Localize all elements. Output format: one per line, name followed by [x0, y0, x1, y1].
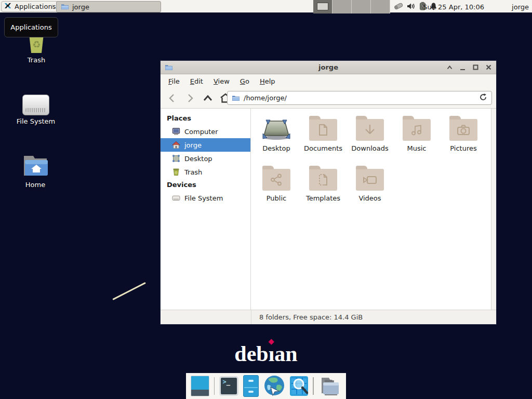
file-cabinet-icon[interactable] [243, 375, 259, 397]
xfce-logo-icon [4, 2, 12, 11]
debian-logo-text: deb [234, 342, 268, 366]
dock-separator [313, 377, 314, 395]
workspace-4[interactable] [371, 0, 390, 14]
dock-separator [214, 377, 215, 395]
menu-view[interactable]: View [209, 76, 234, 87]
icon-view[interactable]: Desktop Documents [251, 109, 496, 310]
folder-item-downloads[interactable]: Downloads [347, 113, 393, 163]
folder-label: Videos [358, 194, 381, 202]
debian-logo-text: an [274, 342, 297, 366]
folder-label: Desktop [262, 144, 290, 152]
tooltip-text: Applications [10, 23, 51, 31]
sidebar-item-label: Trash [184, 168, 202, 176]
menubar: File Edit View Go Help [161, 74, 496, 88]
folder-item-templates[interactable]: Templates [300, 163, 347, 212]
forward-button[interactable] [183, 91, 197, 105]
taskbar-window-button[interactable]: jorge [56, 1, 161, 12]
application-finder-icon[interactable] [290, 376, 308, 396]
show-desktop-icon[interactable] [191, 376, 209, 396]
menu-help[interactable]: Help [255, 76, 280, 87]
folder-item-desktop[interactable]: Desktop [253, 113, 300, 163]
desktop-icon [172, 154, 180, 163]
video-emblem-icon [363, 175, 377, 185]
folder-grid: Desktop Documents [253, 113, 487, 212]
folder-item-music[interactable]: Music [393, 113, 440, 163]
volume-icon[interactable] [407, 2, 416, 12]
statusbar-text: 8 folders, Free space: 14.4 GiB [259, 313, 363, 321]
taskbar-window-label: jorge [72, 3, 89, 11]
folder-icon [356, 119, 384, 141]
path-folder-icon [232, 94, 240, 102]
template-emblem-icon [317, 174, 329, 186]
folder-label: Music [407, 144, 427, 152]
statusbar: 8 folders, Free space: 14.4 GiB [161, 310, 496, 324]
workspace-window-thumb [317, 3, 328, 10]
folder-item-public[interactable]: Public [253, 163, 300, 212]
minimize-button[interactable] [459, 64, 466, 71]
computer-icon [172, 127, 180, 136]
desktop-icon-label: Trash [8, 56, 65, 64]
back-button[interactable] [165, 91, 178, 105]
window-titlebar[interactable]: jorge [161, 61, 496, 74]
workspace-3[interactable] [352, 0, 371, 14]
reload-icon[interactable] [479, 93, 487, 103]
folder-item-pictures[interactable]: Pictures [440, 113, 487, 163]
panel-username: jorge [512, 3, 529, 11]
places-header: Places [161, 112, 250, 125]
vertical-scrollbar[interactable] [491, 109, 496, 310]
sidebar-item-jorge[interactable]: jorge [161, 138, 250, 152]
toolbar: /home/jorge/ [161, 88, 496, 109]
desktop-item-icon [262, 113, 291, 141]
folder-label: Pictures [450, 144, 476, 152]
input-device-icon[interactable] [393, 2, 403, 12]
menu-edit[interactable]: Edit [185, 76, 208, 87]
workspace-1-active[interactable] [313, 0, 332, 14]
sidebar-item-trash[interactable]: ♻ Trash [161, 165, 250, 179]
location-bar[interactable]: /home/jorge/ [227, 91, 492, 105]
maximize-button[interactable] [472, 64, 479, 71]
web-browser-icon[interactable] [263, 375, 285, 398]
drive-icon [172, 194, 180, 202]
folder-item-videos[interactable]: Videos [347, 163, 393, 212]
applications-menu-label: Applications [15, 3, 56, 10]
folder-icon [449, 119, 477, 141]
workspace-switcher[interactable] [313, 0, 390, 14]
terminal-icon[interactable]: >_ [219, 376, 238, 396]
sidebar-item-desktop[interactable]: Desktop [161, 152, 250, 165]
path-text[interactable]: /home/jorge/ [244, 94, 475, 102]
debian-logo: debıan [234, 343, 297, 365]
folder-label: Public [267, 194, 286, 202]
file-manager-icon[interactable] [318, 375, 341, 398]
sidebar-item-label: Desktop [184, 155, 212, 163]
window-content: Places Computer jorge [161, 109, 496, 310]
sidebar-item-file-system[interactable]: File System [161, 191, 250, 205]
shade-button[interactable] [446, 64, 453, 71]
sidebar-item-computer[interactable]: Computer [161, 125, 250, 138]
panel-clock[interactable]: Sun 25 Apr, 10:06 [423, 0, 484, 14]
camera-emblem-icon [457, 124, 470, 136]
up-button[interactable] [201, 91, 215, 105]
devices-header: Devices [161, 179, 250, 191]
home-folder-icon [7, 152, 64, 179]
close-button[interactable] [485, 64, 492, 71]
desktop-icon-home[interactable]: Home [7, 152, 64, 189]
file-manager-window: jorge File Edit View Go Help [160, 60, 497, 325]
svg-text:♻: ♻ [32, 39, 41, 50]
folder-icon [309, 119, 337, 141]
folder-icon [309, 169, 337, 191]
panel-grip-handle[interactable]: ⁝ [51, 2, 54, 11]
panel-user-menu[interactable]: jorge [512, 0, 529, 14]
sidebar-item-label: jorge [184, 141, 202, 149]
desktop-icon-file-system[interactable]: File System [7, 88, 64, 125]
workspace-2[interactable] [332, 0, 352, 14]
folder-item-documents[interactable]: Documents [300, 113, 347, 163]
stray-line-artifact [112, 282, 146, 300]
sidebar-item-label: Computer [184, 128, 218, 136]
trash-icon: ♻ [172, 168, 180, 176]
menu-file[interactable]: File [164, 76, 184, 87]
download-emblem-icon [364, 124, 376, 136]
folder-label: Templates [306, 194, 340, 202]
share-emblem-icon [270, 174, 283, 186]
sidebar: Places Computer jorge [161, 109, 251, 310]
menu-go[interactable]: Go [235, 76, 254, 87]
